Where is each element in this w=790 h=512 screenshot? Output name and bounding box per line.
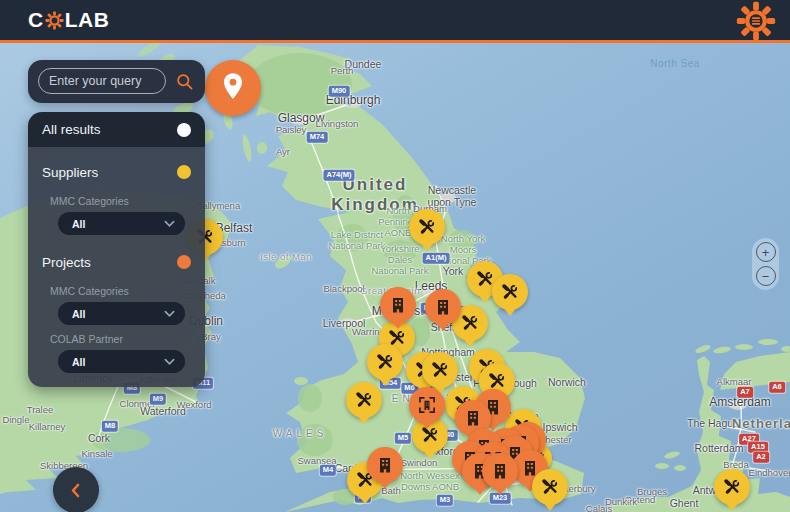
chevron-down-icon bbox=[164, 310, 175, 318]
selected-location-pin[interactable] bbox=[205, 60, 261, 116]
suppliers-mmc-value: All bbox=[72, 218, 85, 230]
zoom-out-button[interactable]: − bbox=[756, 266, 776, 286]
search-icon[interactable] bbox=[175, 72, 194, 91]
building-icon bbox=[490, 461, 510, 481]
building-icon bbox=[463, 408, 483, 428]
building-icon bbox=[433, 297, 453, 317]
map-marker-supplier[interactable] bbox=[346, 382, 382, 418]
logo-text-c: C bbox=[28, 8, 44, 32]
suppliers-row: Suppliers bbox=[42, 157, 191, 187]
map-marker-project[interactable] bbox=[425, 289, 461, 325]
projects-mmc-label: MMC Categories bbox=[50, 285, 191, 297]
colab-partner-value: All bbox=[72, 356, 85, 368]
chevron-down-icon bbox=[164, 220, 175, 228]
tools-icon bbox=[500, 282, 520, 302]
colab-partner-select[interactable]: All bbox=[58, 350, 185, 373]
search-input[interactable] bbox=[38, 68, 166, 94]
logo-gear-icon bbox=[45, 11, 64, 30]
map-marker-supplier[interactable] bbox=[714, 469, 750, 505]
projects-label: Projects bbox=[42, 255, 91, 270]
building-icon bbox=[375, 455, 395, 475]
search-panel bbox=[28, 60, 205, 103]
tools-icon bbox=[722, 477, 742, 497]
map-marker-supplier[interactable] bbox=[422, 352, 458, 388]
all-results-toggle[interactable] bbox=[177, 123, 191, 137]
tools-icon bbox=[487, 371, 507, 391]
map-marker-supplier[interactable] bbox=[409, 209, 445, 245]
map-marker-supplier[interactable] bbox=[492, 274, 528, 310]
map-marker-project[interactable] bbox=[367, 447, 403, 483]
cluster-icon bbox=[417, 395, 437, 415]
map-marker-supplier[interactable] bbox=[532, 469, 568, 505]
tools-icon bbox=[375, 352, 395, 372]
building-icon bbox=[388, 295, 408, 315]
tools-icon bbox=[430, 360, 450, 380]
zoom-controls: + − bbox=[752, 238, 779, 290]
filter-panel-body: Suppliers MMC Categories All Projects MM… bbox=[28, 147, 205, 387]
projects-mmc-value: All bbox=[72, 308, 85, 320]
tools-icon bbox=[460, 313, 480, 333]
suppliers-mmc-label: MMC Categories bbox=[50, 195, 191, 207]
projects-mmc-select[interactable]: All bbox=[58, 302, 185, 325]
settings-gear-icon[interactable] bbox=[736, 1, 776, 41]
back-button[interactable] bbox=[53, 467, 99, 512]
chevron-down-icon bbox=[164, 358, 175, 366]
zoom-in-button[interactable]: + bbox=[756, 242, 776, 262]
tools-icon bbox=[354, 390, 374, 410]
tools-icon bbox=[417, 217, 437, 237]
map-marker-supplier[interactable] bbox=[367, 344, 403, 380]
projects-toggle[interactable] bbox=[177, 255, 191, 269]
colab-logo: C LAB bbox=[28, 8, 109, 32]
all-results-row: All results bbox=[28, 112, 205, 147]
filter-panel: All results Suppliers MMC Categories All… bbox=[28, 112, 205, 387]
map-marker-project[interactable] bbox=[409, 387, 445, 423]
tools-icon bbox=[540, 477, 560, 497]
projects-row: Projects bbox=[42, 247, 191, 277]
app-header: C LAB bbox=[0, 0, 790, 43]
suppliers-mmc-select[interactable]: All bbox=[58, 212, 185, 235]
map-marker-project[interactable] bbox=[380, 287, 416, 323]
map-marker-project[interactable] bbox=[482, 453, 518, 489]
chevron-left-icon bbox=[64, 478, 88, 502]
all-results-label: All results bbox=[42, 122, 101, 137]
colab-partner-label: COLAB Partner bbox=[50, 333, 191, 345]
logo-text-lab: LAB bbox=[65, 8, 110, 32]
suppliers-toggle[interactable] bbox=[177, 165, 191, 179]
suppliers-label: Suppliers bbox=[42, 165, 98, 180]
